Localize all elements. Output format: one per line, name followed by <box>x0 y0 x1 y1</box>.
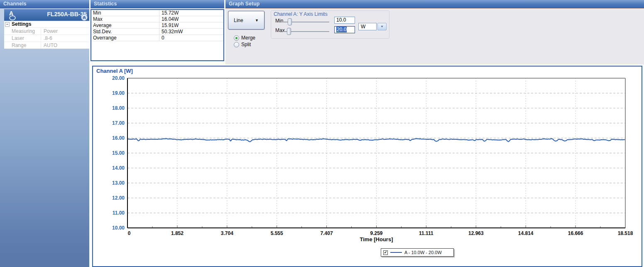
max-slider-handle[interactable] <box>287 28 291 35</box>
table-row: Overrange 0 <box>91 35 223 41</box>
stat-value: 50.32mW <box>159 29 223 35</box>
settings-section-title: Settings <box>12 21 31 27</box>
statistics-panel-header: Statistics <box>91 0 224 8</box>
combo-chevron-icon: ▼ <box>381 25 384 28</box>
y-tick-label: 10.00 <box>112 225 125 231</box>
graph-type-label: Line <box>234 17 243 23</box>
y-tick-label: 20.00 <box>112 75 125 81</box>
merge-radio-label: Merge <box>241 35 255 41</box>
table-row: Min 15.72W <box>91 10 223 16</box>
setting-row-measuring: Measuring Power <box>4 27 89 35</box>
stat-label: Average <box>91 22 159 28</box>
stat-value: 15.91W <box>159 22 223 28</box>
merge-radio[interactable] <box>234 35 239 41</box>
setting-label: Laser <box>4 35 41 42</box>
legend-label: A - 10.0W - 20.0W <box>404 250 442 255</box>
table-row: Average 15.91W <box>91 22 223 29</box>
channel-color-indicator-icon <box>9 15 16 20</box>
graph-type-dropdown-button[interactable]: Line ▼ <box>228 11 264 30</box>
setting-label: Measuring <box>4 28 41 35</box>
y-axis-limits-title: Channel A: Y Axis Limits <box>274 11 328 17</box>
unit-combo-field[interactable]: W <box>358 23 377 30</box>
x-tick-label: 3.704 <box>221 230 233 236</box>
unit-value: W <box>361 24 365 30</box>
x-axis-title: Time [Hours] <box>360 236 393 242</box>
legend-checkbox[interactable]: ✔ <box>383 250 388 255</box>
channel-settings-section: − Settings Measuring Power Laser .8-6 Ra… <box>4 21 89 49</box>
y-max-input[interactable]: 20.0 <box>334 26 355 33</box>
x-tick-label: 14.814 <box>518 230 534 236</box>
y-tick-label: 16.00 <box>112 135 125 141</box>
y-axis-limits-group: Channel A: Y Axis Limits Min 10.0 Max 20… <box>271 10 389 39</box>
y-tick-label: 17.00 <box>112 120 125 126</box>
x-tick-labels: 01.8523.7045.5557.4079.25911.11112.96314… <box>128 230 633 236</box>
min-slider-label: Min <box>275 18 283 24</box>
stat-label: Max <box>91 16 159 22</box>
y-tick-label: 15.00 <box>112 150 125 156</box>
stat-label: Std.Dev. <box>91 29 159 35</box>
min-slider-handle[interactable] <box>288 18 292 25</box>
settings-section-header: − Settings <box>4 21 89 27</box>
y-tick-label: 19.00 <box>112 90 125 96</box>
channels-panel-header: Channels <box>0 0 89 8</box>
chart-legend: ✔ A - 10.0W - 20.0W <box>381 248 454 257</box>
chevron-up-double-icon <box>81 14 88 21</box>
setting-value: .8-6 <box>41 35 89 42</box>
x-tick-label: 5.555 <box>271 230 283 236</box>
y-max-value: 20.0 <box>336 27 347 32</box>
app-window: Channels A FL250A-BB-35 − Settings Measu… <box>0 0 644 267</box>
graph-setup-panel-header: Graph Setup <box>225 0 644 8</box>
collapse-channel-button[interactable] <box>81 14 88 21</box>
table-row: Std.Dev. 50.32mW <box>91 29 223 35</box>
setting-value: AUTO <box>41 42 89 49</box>
table-row: Max 16.04W <box>91 16 223 22</box>
x-tick-label: 11.111 <box>419 230 433 236</box>
y-min-input[interactable]: 10.0 <box>334 17 355 24</box>
x-tick-label: 9.259 <box>370 230 382 236</box>
y-tick-label: 13.00 <box>112 180 125 186</box>
y-tick-label: 12.00 <box>112 195 125 201</box>
setting-row-laser: Laser .8-6 <box>4 35 89 42</box>
unit-combo-dropdown-button[interactable]: ▼ <box>377 23 387 30</box>
x-tick-label: 0 <box>128 230 131 236</box>
collapse-settings-icon[interactable]: − <box>5 22 10 27</box>
statistics-table: Min 15.72W Max 16.04W Average 15.91W Std… <box>91 9 224 61</box>
stat-label: Min <box>91 10 159 16</box>
stat-value: 15.72W <box>159 10 223 16</box>
x-tick-label: 18.518 <box>618 230 633 236</box>
power-trend-chart: 10.0011.0012.0013.0014.0015.0016.0017.00… <box>93 67 642 266</box>
statistics-panel: Statistics Min 15.72W Max 16.04W Average… <box>91 0 224 61</box>
dropdown-caret-icon: ▼ <box>255 18 259 22</box>
chart-panel: Channel A [W] 10.0011.0012.0013.0014.001… <box>92 66 642 267</box>
y-tick-label: 18.00 <box>112 105 125 111</box>
legend-line-sample <box>390 252 402 253</box>
y-min-value: 10.0 <box>336 17 346 23</box>
y-tick-label: 14.00 <box>112 165 125 171</box>
x-tick-label: 7.407 <box>321 230 333 236</box>
graph-setup-content: Line ▼ Channel A: Y Axis Limits Min 10.0… <box>225 8 644 64</box>
y-tick-labels: 10.0011.0012.0013.0014.0015.0016.0017.00… <box>112 75 125 231</box>
split-radio-label: Split <box>241 42 251 47</box>
setting-row-range: Range AUTO <box>4 42 89 49</box>
stat-label: Overrange <box>91 35 159 41</box>
x-tick-label: 16.666 <box>568 230 583 236</box>
setting-value: Power <box>41 28 89 35</box>
setting-label: Range <box>4 42 41 49</box>
graph-setup-panel: Graph Setup Line ▼ Channel A: Y Axis Lim… <box>225 0 644 64</box>
channel-card-a[interactable]: A FL250A-BB-35 <box>4 9 89 21</box>
stat-value: 0 <box>159 35 223 41</box>
checkmark-icon: ✔ <box>384 251 387 255</box>
x-tick-label: 12.963 <box>468 230 484 236</box>
channels-panel: Channels A FL250A-BB-35 − Settings Measu… <box>0 0 89 267</box>
x-tick-label: 1.852 <box>171 230 184 236</box>
split-radio[interactable] <box>234 42 239 47</box>
stat-value: 16.04W <box>159 16 223 22</box>
y-tick-label: 11.00 <box>113 210 125 216</box>
